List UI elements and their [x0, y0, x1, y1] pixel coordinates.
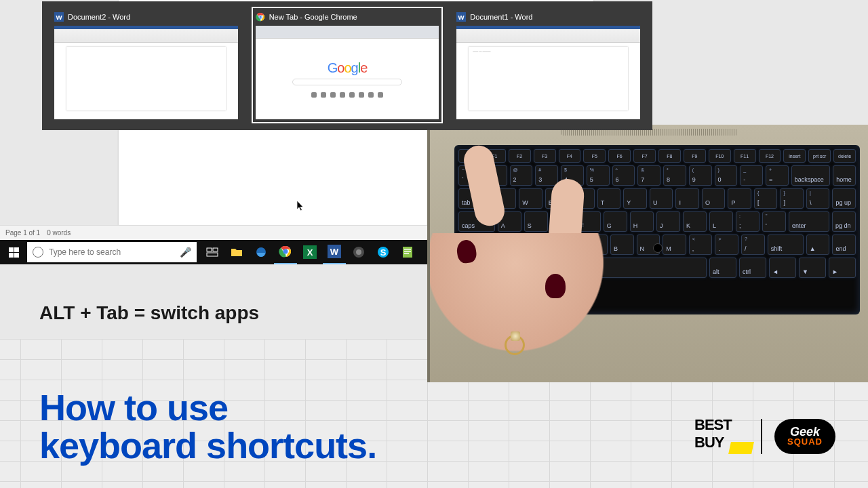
video-title: How to use keyboard shortcuts. [39, 388, 376, 465]
key-backspace[interactable]: backspace [791, 165, 831, 186]
key-'[interactable]: "' [762, 211, 786, 232]
key-;[interactable]: :; [736, 211, 760, 232]
svg-rect-23 [404, 249, 411, 250]
key-L[interactable]: L [709, 211, 733, 232]
svg-rect-24 [404, 251, 411, 252]
key-F8[interactable]: F8 [658, 149, 681, 163]
key-5[interactable]: %5 [587, 165, 610, 186]
key-M[interactable]: M [663, 235, 686, 255]
key-=[interactable]: += [766, 165, 789, 186]
key-2[interactable]: @2 [510, 165, 533, 186]
key-delete[interactable]: delete [833, 149, 856, 163]
key-F2[interactable]: F2 [509, 149, 531, 163]
key-F12[interactable]: F12 [759, 149, 781, 163]
key-F9[interactable]: F9 [684, 149, 706, 163]
key-3[interactable]: #3 [535, 165, 558, 186]
windows-icon [9, 247, 19, 258]
svg-text:W: W [458, 14, 465, 21]
key-,[interactable]: <, [689, 235, 713, 255]
chrome-icon [256, 12, 265, 22]
word-icon: W [54, 12, 64, 22]
key-I[interactable]: I [675, 188, 699, 209]
svg-point-5 [259, 16, 261, 18]
window-thumbnail-word-doc1[interactable]: W Document1 - Word —— — ——— [452, 7, 644, 123]
key-\[interactable]: |\ [806, 188, 830, 209]
start-button[interactable] [0, 240, 27, 264]
taskbar-skype[interactable]: S [372, 240, 395, 264]
trackpoint[interactable] [653, 243, 663, 253]
key-▼[interactable]: ▼ [799, 258, 826, 278]
svg-point-13 [283, 249, 288, 254]
key-alt[interactable]: alt [709, 258, 736, 278]
key--[interactable]: _- [740, 165, 763, 186]
key-◄[interactable]: ◄ [769, 258, 796, 278]
mic-icon[interactable]: 🎤 [180, 247, 191, 258]
key-F11[interactable]: F11 [734, 149, 756, 163]
taskbar-ie[interactable] [250, 240, 273, 264]
taskbar-word[interactable]: W [323, 240, 346, 264]
key-home[interactable]: home [833, 165, 856, 186]
key-K[interactable]: K [683, 211, 707, 232]
key-O[interactable]: O [702, 188, 726, 209]
key-7[interactable]: &7 [637, 165, 660, 186]
key-F5[interactable]: F5 [583, 149, 606, 163]
taskbar-search[interactable]: Type here to search 🎤 [27, 242, 197, 262]
key-W[interactable]: W [519, 188, 542, 209]
taskbar-notes[interactable] [396, 240, 419, 264]
hand [430, 233, 620, 382]
key-9[interactable]: (9 [689, 165, 712, 186]
svg-text:W: W [330, 247, 339, 257]
laptop-keyboard-photo: escF1F2F3F4F5F6F7F8F9F10F11F12insertprt … [427, 125, 868, 382]
key-G[interactable]: G [604, 211, 627, 232]
brand-logos: BEST BUY Geek SQUAD [694, 416, 835, 457]
taskbar-chrome[interactable] [274, 240, 297, 264]
window-title: Document1 - Word [470, 13, 532, 21]
key-F7[interactable]: F7 [633, 149, 656, 163]
svg-text:S: S [380, 247, 387, 258]
key-enter[interactable]: enter [789, 211, 829, 232]
key-6[interactable]: ^6 [612, 165, 635, 186]
key-shift[interactable]: shift [768, 235, 804, 255]
key-P[interactable]: P [728, 188, 751, 209]
key-Y[interactable]: Y [623, 188, 647, 209]
key-►[interactable]: ► [829, 258, 856, 278]
key-▲[interactable]: ▲ [806, 235, 830, 255]
window-title: Document2 - Word [68, 13, 130, 21]
taskbar-excel[interactable]: X [298, 240, 321, 264]
window-thumbnail-word-doc2[interactable]: W Document2 - Word [50, 7, 242, 123]
key-H[interactable]: H [630, 211, 654, 232]
key-8[interactable]: *8 [663, 165, 686, 186]
key-0[interactable]: )0 [715, 165, 738, 186]
key-/[interactable]: ?/ [741, 235, 765, 255]
alt-tab-switcher: W Document2 - Word New Tab - Google Chro… [42, 1, 652, 130]
key-ctrl[interactable]: ctrl [739, 258, 766, 278]
window-thumbnail-chrome[interactable]: New Tab - Google Chrome Google [252, 7, 443, 123]
key-J[interactable]: J [656, 211, 680, 232]
window-preview [54, 26, 238, 119]
taskbar-app[interactable] [347, 240, 370, 264]
key-F10[interactable]: F10 [709, 149, 731, 163]
key-prt scr[interactable]: prt scr [808, 149, 831, 163]
key-][interactable]: }] [780, 188, 804, 209]
google-logo: Google [328, 60, 368, 76]
key-pg up[interactable]: pg up [832, 188, 856, 209]
taskbar-task-view[interactable] [201, 240, 224, 264]
key-pg dn[interactable]: pg dn [832, 211, 856, 232]
status-words: 0 words [47, 229, 71, 237]
key-end[interactable]: end [832, 235, 856, 255]
taskbar-file-explorer[interactable] [225, 240, 248, 264]
key-insert[interactable]: insert [783, 149, 806, 163]
key-U[interactable]: U [650, 188, 673, 209]
key-S[interactable]: S [524, 211, 548, 232]
window-preview: Google [256, 26, 439, 119]
key-F3[interactable]: F3 [534, 149, 556, 163]
svg-rect-9 [213, 248, 218, 251]
key-.[interactable]: >. [715, 235, 738, 255]
svg-rect-25 [404, 253, 409, 254]
title-line-2: keyboard shortcuts. [39, 426, 376, 465]
key-T[interactable]: T [597, 188, 621, 209]
key-F6[interactable]: F6 [608, 149, 631, 163]
key-[[interactable]: {[ [754, 188, 778, 209]
key-F4[interactable]: F4 [559, 149, 581, 163]
brand-separator [761, 419, 762, 454]
